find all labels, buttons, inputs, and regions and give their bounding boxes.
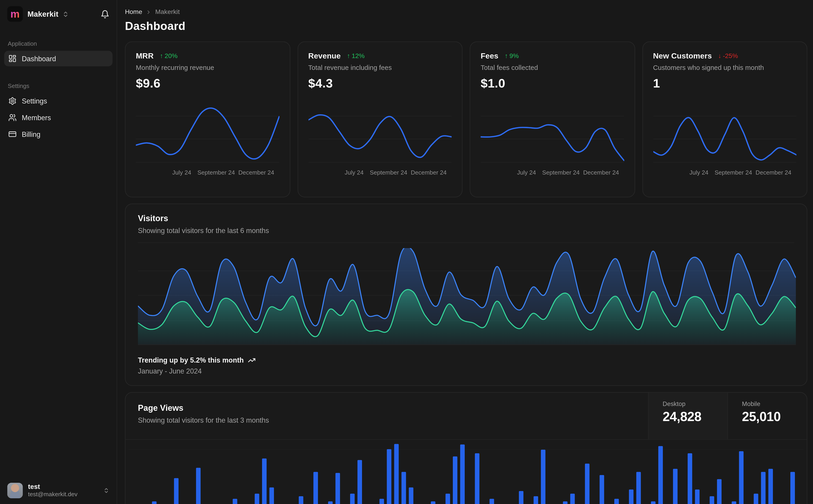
- main-content: Home Makerkit Dashboard MRR ↑20% Monthly…: [118, 0, 813, 504]
- stat-description: Total revenue including fees: [308, 64, 452, 72]
- trend-badge: ↑20%: [160, 52, 178, 59]
- breadcrumb-home-link[interactable]: Home: [125, 8, 142, 16]
- toggle-label: Desktop: [663, 401, 727, 408]
- toggle-label: Mobile: [742, 401, 807, 408]
- stat-card-new-customers: New Customers ↓-25% Customers who signed…: [642, 41, 807, 197]
- sidebar-item-members[interactable]: Members: [4, 110, 112, 125]
- stat-title: New Customers: [653, 51, 712, 60]
- layout-dashboard-icon: [8, 54, 16, 63]
- x-tick: September 24: [370, 169, 407, 175]
- arrow-up-icon: ↑: [160, 52, 163, 59]
- device-toggle: Desktop 24,828 Mobile 25,010: [648, 393, 807, 439]
- x-tick: December 24: [756, 169, 792, 175]
- user-meta: test test@makerkit.dev: [28, 483, 77, 498]
- notifications-bell-icon[interactable]: [101, 10, 109, 19]
- x-tick: December 24: [411, 169, 447, 175]
- visitors-period: January - June 2024: [138, 367, 794, 375]
- visitors-subtitle: Showing total visitors for the last 6 mo…: [138, 227, 794, 235]
- sidebar-item-billing[interactable]: Billing: [4, 126, 112, 142]
- sidebar-item-label: Members: [22, 114, 51, 122]
- revenue-sparkline-chart: [308, 104, 452, 164]
- toggle-desktop-button[interactable]: Desktop 24,828: [648, 393, 728, 439]
- trend-value: 9%: [509, 52, 519, 59]
- page-views-card: Page Views Showing total visitors for th…: [125, 392, 807, 504]
- gear-icon: [8, 97, 16, 105]
- sidebar-item-dashboard[interactable]: Dashboard: [4, 51, 112, 66]
- makerkit-logo-letter: m: [11, 9, 20, 19]
- workspace-name: Makerkit: [27, 10, 58, 18]
- section-label-application: Application: [0, 40, 117, 47]
- arrow-down-icon: ↓: [718, 52, 721, 59]
- trend-badge: ↓-25%: [718, 52, 738, 59]
- stat-value: $4.3: [308, 76, 452, 90]
- trend-value: 12%: [352, 52, 365, 59]
- user-avatar: [7, 483, 23, 498]
- stat-value: $9.6: [136, 76, 279, 90]
- desktop-total: 24,828: [663, 409, 727, 424]
- workspace-selector[interactable]: m Makerkit: [0, 0, 117, 27]
- stats-row: MRR ↑20% Monthly recurring revenue $9.6 …: [125, 41, 807, 197]
- x-axis-labels: July 24 September 24 December 24: [653, 169, 797, 177]
- stat-title: MRR: [136, 51, 153, 60]
- nav-settings: Settings Members Billing: [0, 93, 117, 143]
- chevrons-up-down-icon: [103, 487, 109, 493]
- page-views-subtitle: Showing total visitors for the last 3 mo…: [138, 416, 636, 424]
- stat-card-mrr: MRR ↑20% Monthly recurring revenue $9.6 …: [125, 41, 290, 197]
- section-label-settings: Settings: [0, 83, 117, 89]
- sidebar-item-label: Settings: [22, 97, 47, 105]
- stat-title: Fees: [481, 51, 498, 60]
- visitors-card: Visitors Showing total visitors for the …: [125, 204, 807, 386]
- trend-value: -25%: [723, 52, 738, 59]
- x-axis-labels: July 24 September 24 December 24: [308, 169, 452, 177]
- app-window: m Makerkit Application Dashboard Setting…: [0, 0, 813, 504]
- trending-up-icon: [248, 356, 256, 364]
- page-title: Dashboard: [125, 20, 807, 33]
- arrow-up-icon: ↑: [504, 52, 508, 59]
- user-menu-button[interactable]: test test@makerkit.dev: [0, 477, 117, 504]
- visitors-footer: Trending up by 5.2% this month January -…: [125, 345, 807, 385]
- visitors-trend-text: Trending up by 5.2% this month: [138, 356, 244, 364]
- visitors-area-chart: [138, 248, 796, 345]
- x-tick: December 24: [583, 169, 619, 175]
- user-name: test: [28, 483, 77, 491]
- chevrons-up-down-icon[interactable]: [62, 11, 69, 17]
- x-tick: December 24: [238, 169, 274, 175]
- fees-sparkline-chart: [481, 104, 624, 164]
- credit-card-icon: [8, 130, 16, 138]
- x-tick: July 24: [690, 169, 709, 175]
- x-tick: July 24: [345, 169, 364, 175]
- x-axis-labels: July 24 September 24 December 24: [481, 169, 624, 177]
- chevron-right-icon: [146, 9, 151, 15]
- user-email: test@makerkit.dev: [28, 491, 77, 498]
- stat-description: Total fees collected: [481, 64, 624, 72]
- mrr-sparkline-chart: [136, 104, 279, 164]
- x-tick: July 24: [172, 169, 191, 175]
- makerkit-logo: m: [7, 6, 23, 22]
- x-tick: September 24: [197, 169, 235, 175]
- trend-badge: ↑12%: [347, 52, 365, 59]
- sidebar-item-settings[interactable]: Settings: [4, 93, 112, 109]
- stat-description: Monthly recurring revenue: [136, 64, 279, 72]
- x-axis-labels: July 24 September 24 December 24: [136, 169, 279, 177]
- visitors-title: Visitors: [138, 214, 794, 223]
- mobile-total: 25,010: [742, 409, 807, 424]
- x-tick: September 24: [715, 169, 752, 175]
- nav-application: Dashboard: [0, 51, 117, 67]
- stat-card-revenue: Revenue ↑12% Total revenue including fee…: [297, 41, 462, 197]
- trend-value: 20%: [165, 52, 178, 59]
- arrow-up-icon: ↑: [347, 52, 350, 59]
- breadcrumb: Home Makerkit: [125, 8, 807, 16]
- sidebar: m Makerkit Application Dashboard Setting…: [0, 0, 117, 504]
- stat-title: Revenue: [308, 51, 341, 60]
- new-customers-sparkline-chart: [653, 104, 797, 164]
- stat-value: 1: [653, 76, 797, 90]
- x-tick: September 24: [542, 169, 580, 175]
- toggle-mobile-button[interactable]: Mobile 25,010: [728, 393, 807, 439]
- page-views-title: Page Views: [138, 403, 636, 413]
- breadcrumb-current: Makerkit: [155, 8, 180, 16]
- page-views-chart-area: [125, 440, 807, 504]
- sidebar-item-label: Dashboard: [22, 55, 56, 62]
- stat-card-fees: Fees ↑9% Total fees collected $1.0 July …: [470, 41, 635, 197]
- visitors-chart-area: [125, 243, 807, 345]
- sidebar-item-label: Billing: [22, 130, 40, 138]
